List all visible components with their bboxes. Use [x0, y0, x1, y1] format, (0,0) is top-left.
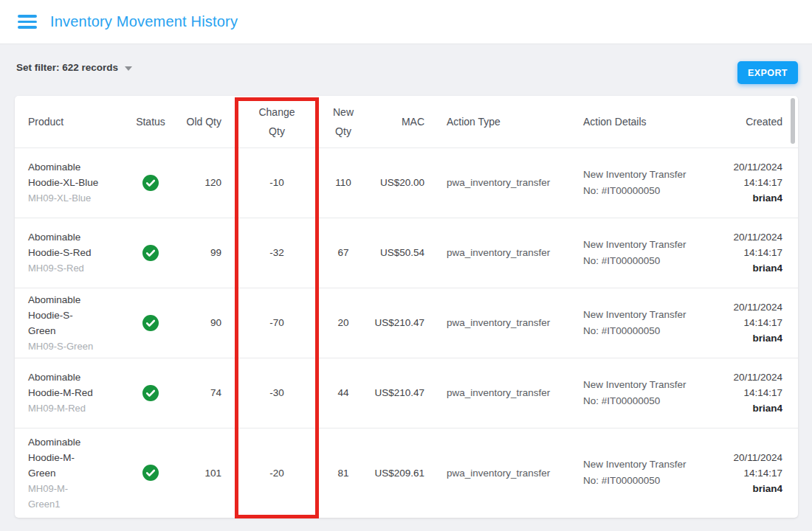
check-circle-icon [142, 385, 159, 401]
hamburger-bar [18, 21, 37, 24]
product-sku: MH09-S-Red [28, 260, 100, 276]
toolbar: Set filter: 622 records EXPORT [0, 44, 812, 96]
page-title: Inventory Movement History [50, 13, 238, 30]
product-cell: Abominable Hoodie-M-Green MH09-M-Green1 [15, 428, 125, 518]
chevron-down-icon [125, 66, 132, 71]
table-row: Abominable Hoodie-M-Green MH09-M-Green1 … [15, 428, 798, 518]
check-circle-icon [142, 465, 159, 481]
product-sku: MH09-XL-Blue [28, 190, 100, 206]
action-details-line2: No: #IT00000050 [583, 393, 726, 409]
check-circle-icon [142, 315, 159, 331]
created-time: 14:14:17 [726, 245, 782, 260]
column-header-change-qty: Change Qty [235, 96, 319, 148]
table-row: Abominable Hoodie-S-Green MH09-S-Green 9… [15, 288, 798, 358]
action-details-cell: New Inventory Transfer No: #IT00000050 [578, 218, 726, 288]
created-cell: 20/11/2024 14:14:17 brian4 [726, 218, 798, 288]
hamburger-bar [18, 15, 37, 18]
product-name: Abominable Hoodie-S-Green [28, 292, 100, 339]
created-time: 14:14:17 [726, 315, 782, 330]
status-cell [125, 148, 176, 218]
column-header-action-type: Action Type [441, 96, 578, 148]
status-cell [125, 288, 176, 358]
action-details-cell: New Inventory Transfer No: #IT00000050 [578, 148, 726, 218]
action-type-cell: pwa_inventory_transfer [441, 428, 578, 518]
mac-cell: US$209.61 [368, 428, 441, 518]
product-cell: Abominable Hoodie-M-Red MH09-M-Red [15, 358, 125, 428]
action-details-line1: New Inventory Transfer [583, 457, 726, 473]
action-details-line1: New Inventory Transfer [583, 237, 726, 253]
vertical-scrollbar-thumb[interactable] [791, 98, 795, 144]
inventory-table-card: Product Status Old Qty Change Qty New Qt… [15, 96, 798, 518]
hamburger-menu-icon[interactable] [18, 15, 37, 29]
created-cell: 20/11/2024 14:14:17 brian4 [726, 148, 798, 218]
status-cell [125, 428, 176, 518]
action-type-cell: pwa_inventory_transfer [441, 148, 578, 218]
table-row: Abominable Hoodie-M-Red MH09-M-Red 74 -3… [15, 358, 798, 428]
created-user: brian4 [726, 330, 782, 346]
mac-cell: US$210.47 [368, 288, 441, 358]
check-circle-icon [142, 245, 159, 261]
old-qty-cell: 120 [176, 148, 235, 218]
new-qty-cell: 20 [319, 288, 368, 358]
export-button[interactable]: EXPORT [737, 61, 798, 84]
action-details-line1: New Inventory Transfer [583, 307, 726, 323]
column-header-old-qty: Old Qty [176, 96, 235, 148]
column-header-product: Product [15, 96, 125, 148]
created-user: brian4 [726, 481, 782, 496]
column-header-action-details: Action Details [578, 96, 726, 148]
old-qty-cell: 99 [176, 218, 235, 288]
change-qty-cell: -20 [235, 428, 319, 518]
new-qty-cell: 81 [319, 428, 368, 518]
product-name: Abominable Hoodie-S-Red [28, 229, 100, 260]
old-qty-cell: 90 [176, 288, 235, 358]
action-type-cell: pwa_inventory_transfer [441, 358, 578, 428]
action-details-line2: No: #IT00000050 [583, 183, 726, 199]
set-filter-dropdown[interactable]: Set filter: 622 records [16, 62, 132, 73]
mac-cell: US$50.54 [368, 218, 441, 288]
product-sku: MH09-S-Green [28, 339, 100, 354]
product-name: Abominable Hoodie-M-Red [28, 369, 100, 400]
product-name: Abominable Hoodie-XL-Blue [28, 159, 100, 190]
change-qty-cell: -30 [235, 358, 319, 428]
new-qty-cell: 67 [319, 218, 368, 288]
created-user: brian4 [726, 400, 782, 416]
table-row: Abominable Hoodie-XL-Blue MH09-XL-Blue 1… [15, 148, 798, 218]
product-cell: Abominable Hoodie-S-Red MH09-S-Red [15, 218, 125, 288]
product-name: Abominable Hoodie-M-Green [28, 434, 100, 481]
created-user: brian4 [726, 190, 782, 206]
created-date: 20/11/2024 [726, 229, 782, 245]
status-cell [125, 358, 176, 428]
column-header-status: Status [125, 96, 176, 148]
created-date: 20/11/2024 [726, 159, 782, 175]
action-details-line2: No: #IT00000050 [583, 253, 726, 269]
check-circle-icon [142, 175, 159, 191]
created-date: 20/11/2024 [726, 299, 782, 315]
mac-cell: US$210.47 [368, 358, 441, 428]
created-time: 14:14:17 [726, 465, 782, 481]
created-date: 20/11/2024 [726, 450, 782, 465]
action-details-line2: No: #IT00000050 [583, 323, 726, 339]
product-cell: Abominable Hoodie-XL-Blue MH09-XL-Blue [15, 148, 125, 218]
action-type-cell: pwa_inventory_transfer [441, 218, 578, 288]
column-header-created: Created [726, 96, 798, 148]
action-type-cell: pwa_inventory_transfer [441, 288, 578, 358]
change-qty-cell: -70 [235, 288, 319, 358]
mac-cell: US$20.00 [368, 148, 441, 218]
inventory-table: Product Status Old Qty Change Qty New Qt… [15, 96, 798, 518]
table-row: Abominable Hoodie-S-Red MH09-S-Red 99 -3… [15, 218, 798, 288]
column-header-new-qty: New Qty [319, 96, 368, 148]
action-details-line2: No: #IT00000050 [583, 473, 726, 489]
change-qty-cell: -10 [235, 148, 319, 218]
created-cell: 20/11/2024 14:14:17 brian4 [726, 288, 798, 358]
new-qty-cell: 44 [319, 358, 368, 428]
column-header-mac: MAC [368, 96, 441, 148]
product-cell: Abominable Hoodie-S-Green MH09-S-Green [15, 288, 125, 358]
created-cell: 20/11/2024 14:14:17 brian4 [726, 358, 798, 428]
hamburger-bar [18, 26, 37, 29]
action-details-cell: New Inventory Transfer No: #IT00000050 [578, 428, 726, 518]
created-time: 14:14:17 [726, 385, 782, 400]
product-sku: MH09-M-Red [28, 400, 100, 416]
action-details-cell: New Inventory Transfer No: #IT00000050 [578, 358, 726, 428]
filter-label: Set filter: 622 records [16, 62, 118, 73]
created-time: 14:14:17 [726, 175, 782, 190]
